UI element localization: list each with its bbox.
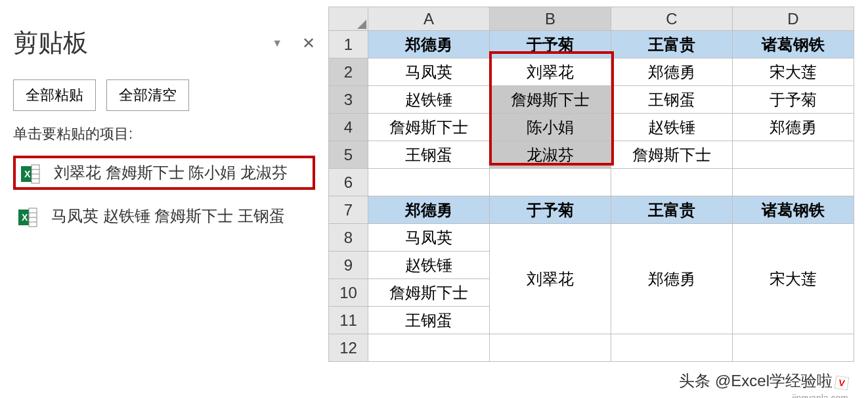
cell[interactable]: 郑德勇 bbox=[611, 58, 733, 86]
cell[interactable] bbox=[733, 141, 854, 169]
row-header[interactable]: 12 bbox=[329, 334, 368, 362]
select-all-cell[interactable] bbox=[329, 7, 368, 31]
cell[interactable]: 陈小娟 bbox=[490, 114, 611, 141]
cell[interactable]: 王钢蛋 bbox=[611, 86, 733, 114]
cell[interactable] bbox=[490, 334, 611, 362]
row-header[interactable]: 3 bbox=[329, 86, 368, 114]
cell[interactable]: 郑德勇 bbox=[368, 196, 490, 224]
svg-text:X: X bbox=[24, 169, 31, 179]
cell[interactable] bbox=[733, 169, 854, 196]
excel-icon: X bbox=[17, 207, 38, 228]
cell[interactable]: 刘翠花 bbox=[490, 58, 611, 86]
cell[interactable]: 郑德勇 bbox=[368, 31, 490, 58]
col-header-c[interactable]: C bbox=[611, 7, 733, 31]
row-header[interactable]: 4 bbox=[329, 114, 368, 141]
excel-icon: X bbox=[20, 164, 41, 185]
clear-all-button[interactable]: 全部清空 bbox=[106, 79, 189, 111]
clipboard-title: 剪贴板 bbox=[13, 26, 88, 60]
row-header[interactable]: 8 bbox=[329, 224, 368, 252]
cell[interactable]: 赵铁锤 bbox=[611, 114, 733, 141]
cell[interactable]: 诸葛钢铁 bbox=[733, 31, 854, 58]
cell[interactable]: 王钢蛋 bbox=[368, 307, 490, 334]
cell[interactable]: 马凤英 bbox=[368, 224, 490, 252]
clipboard-panel: 剪贴板 ▼ ✕ 全部粘贴 全部清空 单击要粘贴的项目: X 刘翠花 詹姆斯下士 … bbox=[0, 0, 328, 398]
clipboard-item[interactable]: X 马凤英 赵铁锤 詹姆斯下士 王钢蛋 bbox=[13, 202, 315, 231]
cell[interactable]: 马凤英 bbox=[368, 58, 490, 86]
cell[interactable]: 赵铁锤 bbox=[368, 252, 490, 279]
clipboard-item-text: 刘翠花 詹姆斯下士 陈小娟 龙淑芬 bbox=[54, 161, 288, 185]
col-header-b[interactable]: B bbox=[490, 7, 611, 31]
cell[interactable]: 郑德勇 bbox=[733, 114, 854, 141]
cell[interactable]: 詹姆斯下士 bbox=[490, 86, 611, 114]
row-header[interactable]: 10 bbox=[329, 279, 368, 307]
dropdown-icon[interactable]: ▼ bbox=[272, 37, 282, 49]
cell[interactable]: 于予菊 bbox=[490, 196, 611, 224]
cell[interactable]: 王富贵 bbox=[611, 196, 733, 224]
cell[interactable] bbox=[611, 334, 733, 362]
row-header[interactable]: 11 bbox=[329, 307, 368, 334]
cell[interactable]: 于予菊 bbox=[733, 86, 854, 114]
paste-all-button[interactable]: 全部粘贴 bbox=[13, 79, 96, 111]
cell[interactable]: 龙淑芬 bbox=[490, 141, 611, 169]
cell[interactable] bbox=[490, 169, 611, 196]
cell[interactable]: 赵铁锤 bbox=[368, 86, 490, 114]
clipboard-hint: 单击要粘贴的项目: bbox=[13, 124, 315, 144]
cell[interactable] bbox=[733, 334, 854, 362]
spreadsheet[interactable]: A B C D 1 郑德勇 于予菊 王富贵 诸葛钢铁 2 马凤英 刘翠花 郑德勇… bbox=[328, 0, 868, 398]
cell[interactable] bbox=[368, 334, 490, 362]
row-header[interactable]: 7 bbox=[329, 196, 368, 224]
cell[interactable]: 王富贵 bbox=[611, 31, 733, 58]
row-header[interactable]: 2 bbox=[329, 58, 368, 86]
watermark-sub: jingyanla.com bbox=[792, 393, 848, 398]
row-header[interactable]: 6 bbox=[329, 169, 368, 196]
cell[interactable]: 詹姆斯下士 bbox=[611, 141, 733, 169]
cell[interactable]: 诸葛钢铁 bbox=[733, 196, 854, 224]
merged-cell[interactable]: 郑德勇 bbox=[611, 224, 733, 334]
cell[interactable]: 王钢蛋 bbox=[368, 141, 490, 169]
clipboard-item[interactable]: X 刘翠花 詹姆斯下士 陈小娟 龙淑芬 bbox=[13, 156, 315, 190]
cell[interactable]: 詹姆斯下士 bbox=[368, 114, 490, 141]
col-header-d[interactable]: D bbox=[733, 7, 854, 31]
watermark: 头条 @Excel学经验啦V bbox=[679, 370, 848, 391]
cell[interactable]: 于予菊 bbox=[490, 31, 611, 58]
watermark-logo-icon: V bbox=[835, 376, 850, 391]
cell[interactable]: 宋大莲 bbox=[733, 58, 854, 86]
row-header[interactable]: 5 bbox=[329, 141, 368, 169]
clipboard-item-text: 马凤英 赵铁锤 詹姆斯下士 王钢蛋 bbox=[51, 204, 285, 228]
cell[interactable]: 詹姆斯下士 bbox=[368, 279, 490, 307]
merged-cell[interactable]: 刘翠花 bbox=[490, 224, 611, 334]
col-header-a[interactable]: A bbox=[368, 7, 490, 31]
cell[interactable] bbox=[611, 169, 733, 196]
row-header[interactable]: 1 bbox=[329, 31, 368, 58]
row-header[interactable]: 9 bbox=[329, 252, 368, 279]
close-icon[interactable]: ✕ bbox=[302, 34, 315, 53]
svg-text:X: X bbox=[22, 212, 28, 223]
cell[interactable] bbox=[368, 169, 490, 196]
merged-cell[interactable]: 宋大莲 bbox=[733, 224, 854, 334]
